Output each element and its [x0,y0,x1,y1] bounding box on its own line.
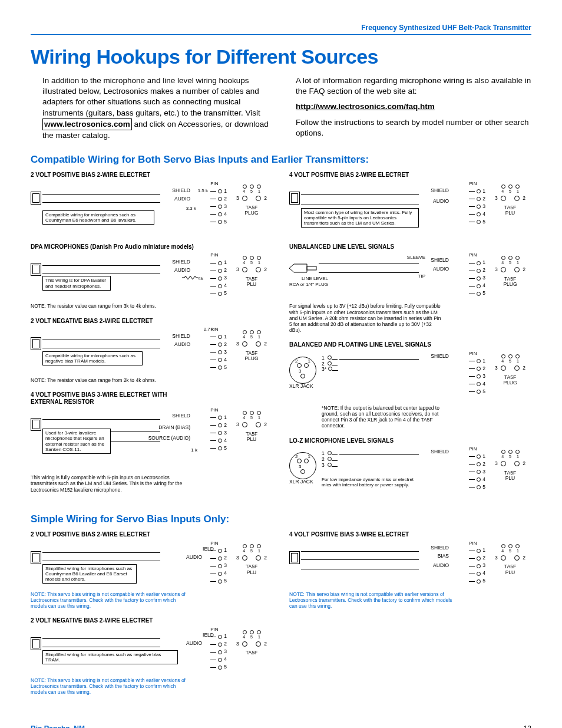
jack-icon [31,263,41,276]
s2-title: 2 VOLT NEGATIVE BIAS 2-WIRE ELECTRET [31,617,273,624]
shield-label: SHIELD [172,259,190,265]
pin-1: 1 [224,334,227,340]
pin-4: 4 [482,283,485,289]
ta5f-text: TA5F PLU [489,470,531,482]
pin-block: PIN 1 2 3 4 5 [210,407,227,452]
ta5f-1: 1 [258,261,260,265]
pin-block: PIN 1 2 3 4 5 [210,252,227,297]
simple-left: 2 VOLT POSITIVE BIAS 2-WIRE ELECTRET Sim… [31,531,273,695]
d2-title: DPA MICROPHONES (Danish Pro Audio miniat… [31,243,273,251]
intro: In addition to the microphone and line l… [42,75,531,141]
pin-4: 4 [224,438,227,444]
d4-title: 4 VOLT POSITIVE BIAS 3-WIRE ELECTRET WIT… [31,391,178,405]
pin-header: PIN [210,541,227,546]
ta5f-2: 2 [264,267,267,273]
svg-marker-0 [289,264,307,272]
shield-label: SHIELD [172,334,190,340]
s3-title: 4 VOLT POSITIVE BIAS 3-WIRE ELECTRET [289,531,531,538]
s1-title: 2 VOLT POSITIVE BIAS 2-WIRE ELECTRET [31,531,273,538]
s2-note: NOTE: This servo bias wiring is not comp… [31,677,190,696]
ta5f-2: 2 [523,461,525,467]
ta5f-text: TA5F PLU [230,564,273,575]
pin-1: 1 [482,548,485,554]
ta5f-4: 4 [501,261,504,265]
audio-label: AUDIO [186,555,202,561]
diagram-simple-4v-3wire: 4 VOLT POSITIVE BIAS 3-WIRE ELECTRET SHI… [289,531,531,609]
pin-4: 4 [482,381,485,387]
ta5f-1: 1 [517,189,519,194]
ta5f-5: 5 [250,189,253,194]
ta5f-1: 1 [258,635,260,640]
pin-header: PIN [210,252,227,258]
intro-right: A lot of information regarding microphon… [296,75,531,141]
pin-block: PIN 1 2 3 4 5 [210,181,227,226]
compatible-diagrams: 2 VOLT POSITIVE BIAS 2-WIRE ELECTRET Com… [31,172,531,500]
pin-4: 4 [224,571,227,577]
d8-title: LO-Z MICROPHONE LEVEL SIGNALS [289,437,531,444]
d3-note: NOTE: The resistor value can range from … [31,377,273,383]
diagram-simple-2v-neg: 2 VOLT NEGATIVE BIAS 2-WIRE ELECTRET Sim… [31,617,273,695]
r-3p3k: 3.3 k [186,206,196,211]
d4-note: This wiring is fully compatible with 5-p… [31,475,196,493]
pin-header: PIN [210,627,227,632]
ta5f-5: 5 [250,549,253,554]
pin-1: 1 [482,358,485,364]
ta5f-1: 1 [258,189,260,194]
d3-caption-box: Compatible wiring for microphones such a… [42,351,143,365]
audio-label: AUDIO [433,563,449,569]
jack-icon [289,551,300,564]
ta5f-3: 3 [495,555,498,561]
ta5f-1: 1 [517,454,519,459]
ta5f-4: 4 [243,416,245,420]
ta5f-3: 3 [236,422,239,428]
d8-caption-box: For low impedance dynamic mics or electr… [322,477,422,487]
pin-2: 2 [224,555,227,561]
pin-3: 3 [224,204,227,210]
ta5f-2: 2 [523,196,525,202]
pin-5: 5 [482,389,485,395]
s2-caption-box: Simplified wiring for microphones such a… [42,650,178,664]
ta5f-4: 4 [501,189,504,194]
pin-3: 3 [224,563,227,569]
section-simple: Simple Wiring for Servo Bias Inputs Only… [31,513,531,525]
jack-icon [289,192,300,205]
section-compatible: Compatible Wiring for Both Servo Bias In… [31,154,531,166]
xlr-jack-icon: 2 1 3 [289,357,316,384]
ta5f-plug: 451 3 2 TA5F PLU [230,544,273,576]
pin-4: 4 [224,212,227,218]
shield-label: SHIELD [431,188,449,194]
xlr-pin-list: 1 2 3 [322,451,338,468]
pin-4: 4 [482,212,485,218]
ta5f-3: 3 [495,267,498,273]
shield-label: SHIELD [431,449,449,455]
link-faq[interactable]: http://www.lectrosonics.com/faq.htm [296,102,435,111]
d6-title: UNBALANCED LINE LEVEL SIGNALS [289,243,531,251]
pin-2: 2 [482,555,485,561]
xlr-pin-list: 1 2 3* [322,355,338,373]
d2-caption-box: This wiring is for DPA lavalier and head… [42,276,111,290]
pin-4: 4 [224,657,227,663]
pin-header: PIN [210,181,227,186]
pin-header: PIN [210,327,227,332]
footer-location: Rio Rancho, NM [31,724,85,728]
page-footer: Rio Rancho, NM 13 [0,713,562,728]
link-lectrosonics[interactable]: www.lectrosonics.com [42,118,132,130]
audio-label: AUDIO [433,266,449,272]
rca-label: LINE LEVEL RCA or 1/4" PLUG [289,276,328,286]
pin-2: 2 [224,268,227,274]
xlr-label: XLR JACK [289,384,313,390]
ta5f-5: 5 [250,335,253,340]
pin-1: 1 [482,454,485,460]
ta5f-text: TA5F PLU [489,205,531,216]
pin-header: PIN [210,407,227,413]
pin-1: 1 [224,189,227,195]
diagram-4v-3wire-ext: 4 VOLT POSITIVE BIAS 3-WIRE ELECTRET WIT… [31,391,273,493]
shield-label: SHIELD [431,354,449,360]
page-number: 13 [524,724,531,728]
pin-4: 4 [224,357,227,363]
audio-label: AUDIO [186,641,202,647]
ta5f-5: 5 [509,454,511,459]
pin-5: 5 [224,446,227,452]
pin-block: PIN 1 2 3 4 5 [469,541,485,585]
diagram-simple-2v-pos: 2 VOLT POSITIVE BIAS 2-WIRE ELECTRET Sim… [31,531,273,609]
